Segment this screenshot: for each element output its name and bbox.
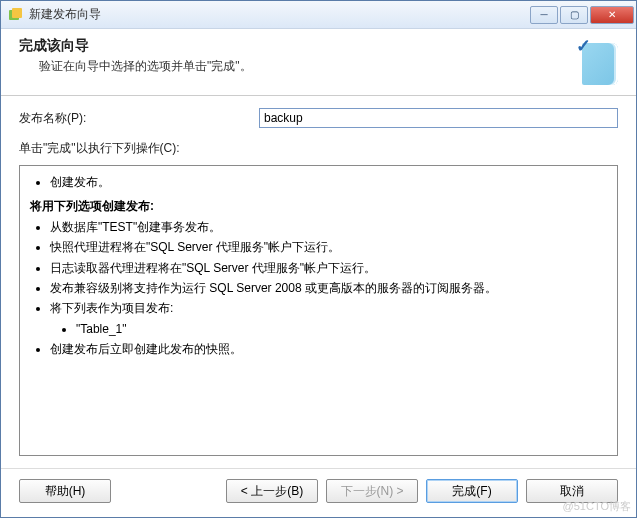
summary-item: 快照代理进程将在"SQL Server 代理服务"帐户下运行。 (50, 237, 613, 257)
back-button[interactable]: < 上一步(B) (226, 479, 318, 503)
app-icon (7, 7, 23, 23)
summary-section-title: 将用下列选项创建发布: (30, 196, 613, 216)
summary-item: 创建发布后立即创建此发布的快照。 (50, 339, 613, 359)
wizard-complete-icon: ✓ (570, 37, 618, 85)
page-title: 完成该向导 (19, 37, 570, 55)
minimize-button[interactable]: ─ (530, 6, 558, 24)
wizard-window: 新建发布向导 ─ ▢ ✕ 完成该向导 验证在向导中选择的选项并单击"完成"。 ✓… (0, 0, 637, 518)
publication-name-label: 发布名称(P): (19, 110, 259, 127)
wizard-footer: 帮助(H) < 上一步(B) 下一步(N) > 完成(F) 取消 (1, 468, 636, 517)
finish-button[interactable]: 完成(F) (426, 479, 518, 503)
titlebar: 新建发布向导 ─ ▢ ✕ (1, 1, 636, 29)
next-button: 下一步(N) > (326, 479, 418, 503)
summary-item: 创建发布。 (50, 172, 613, 192)
summary-item: 日志读取器代理进程将在"SQL Server 代理服务"帐户下运行。 (50, 258, 613, 278)
summary-item: 从数据库"TEST"创建事务发布。 (50, 217, 613, 237)
window-controls: ─ ▢ ✕ (530, 6, 634, 24)
maximize-button[interactable]: ▢ (560, 6, 588, 24)
summary-item: 发布兼容级别将支持作为运行 SQL Server 2008 或更高版本的服务器的… (50, 278, 613, 298)
actions-label: 单击"完成"以执行下列操作(C): (19, 140, 618, 157)
svg-rect-1 (12, 8, 22, 18)
page-subtitle: 验证在向导中选择的选项并单击"完成"。 (39, 58, 570, 75)
summary-subitem: "Table_1" (76, 319, 613, 339)
wizard-body: 发布名称(P): 单击"完成"以执行下列操作(C): 创建发布。 将用下列选项创… (1, 96, 636, 468)
cancel-button[interactable]: 取消 (526, 479, 618, 503)
window-title: 新建发布向导 (29, 6, 530, 23)
summary-item: 将下列表作为项目发布: "Table_1" (50, 298, 613, 339)
wizard-header: 完成该向导 验证在向导中选择的选项并单击"完成"。 ✓ (1, 29, 636, 96)
summary-box: 创建发布。 将用下列选项创建发布: 从数据库"TEST"创建事务发布。 快照代理… (19, 165, 618, 456)
help-button[interactable]: 帮助(H) (19, 479, 111, 503)
publication-name-input[interactable] (259, 108, 618, 128)
close-button[interactable]: ✕ (590, 6, 634, 24)
